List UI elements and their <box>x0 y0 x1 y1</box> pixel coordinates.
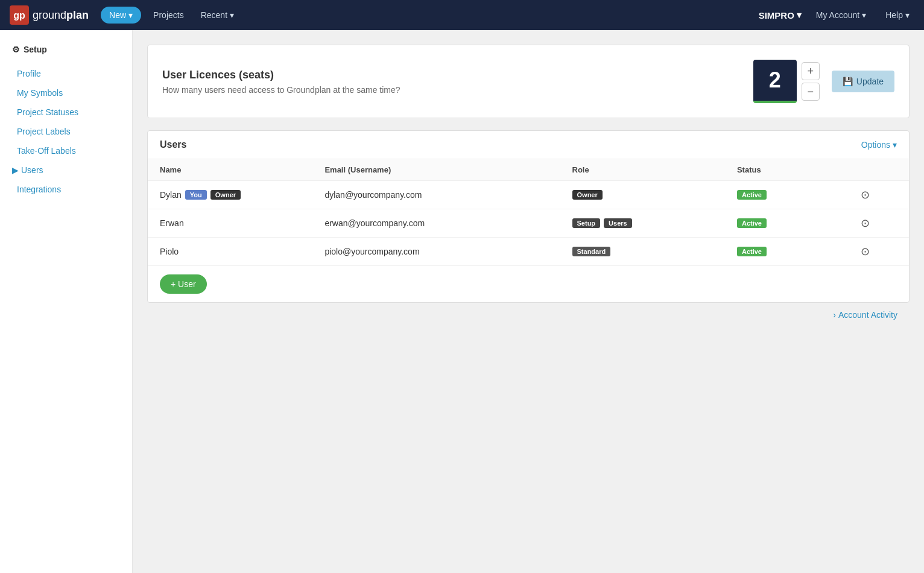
badge-you: You <box>185 190 207 200</box>
top-navigation: gp groundplan New ▾ Projects Recent ▾ SI… <box>0 0 924 30</box>
licence-card: User Licences (seats) How many users nee… <box>147 45 910 118</box>
sidebar: ⚙ Setup Profile My Symbols Project Statu… <box>0 30 133 573</box>
licence-counter-buttons: + − <box>802 62 820 101</box>
account-activity-label: Account Activity <box>838 310 897 320</box>
user-role-erwan: Setup Users <box>572 218 737 228</box>
table-row: Dylan You Owner dylan@yourcompany.com Ow… <box>148 181 909 209</box>
licence-description: How many users need access to Groundplan… <box>162 85 741 95</box>
user-action-piolo: ⊙ <box>861 245 897 258</box>
account-activity-link[interactable]: › Account Activity <box>147 303 910 327</box>
status-badge-active: Active <box>737 190 767 200</box>
add-user-button[interactable]: + User <box>160 274 207 294</box>
add-user-label: + User <box>171 279 196 289</box>
page-layout: ⚙ Setup Profile My Symbols Project Statu… <box>0 30 924 573</box>
simpro-link[interactable]: SIMPRO ▾ <box>759 10 802 21</box>
user-role-dylan: Owner <box>572 190 737 200</box>
chevron-down-icon: ▾ <box>893 140 897 150</box>
simpro-label: SIMPRO <box>759 10 794 21</box>
add-user-row: + User <box>148 266 909 302</box>
projects-link[interactable]: Projects <box>148 10 189 20</box>
col-actions <box>861 165 897 174</box>
user-status-erwan: Active <box>737 218 861 228</box>
new-button[interactable]: New ▾ <box>101 7 141 24</box>
col-role: Role <box>572 165 737 174</box>
user-action-dylan: ⊙ <box>861 188 897 201</box>
user-name-dylan: Dylan You Owner <box>160 190 324 200</box>
plus-icon: + <box>808 65 814 78</box>
user-status-piolo: Active <box>737 247 861 256</box>
licence-increment-button[interactable]: + <box>802 62 820 80</box>
sidebar-item-my-symbols[interactable]: My Symbols <box>0 83 132 103</box>
update-button-label: Update <box>856 77 884 86</box>
chevron-down-icon: ▾ <box>905 10 910 20</box>
sidebar-item-profile[interactable]: Profile <box>0 64 132 83</box>
action-menu-icon[interactable]: ⊙ <box>861 188 870 201</box>
save-icon: 💾 <box>843 77 853 86</box>
role-badge-setup: Setup <box>572 218 601 228</box>
logo-icon: gp <box>10 5 29 25</box>
chevron-down-icon: ▾ <box>862 10 866 20</box>
action-menu-icon[interactable]: ⊙ <box>861 217 870 230</box>
chevron-down-icon: ▾ <box>128 10 133 20</box>
users-section-title: Users <box>160 139 861 150</box>
user-name-piolo: Piolo <box>160 247 324 256</box>
licence-count-display: 2 <box>753 60 797 103</box>
chevron-right-icon: ▶ <box>12 165 19 175</box>
options-button[interactable]: Options ▾ <box>861 140 897 150</box>
role-badge-standard: Standard <box>572 247 611 256</box>
user-name-erwan: Erwan <box>160 218 324 228</box>
sidebar-section-setup: ⚙ Setup <box>0 45 132 64</box>
action-menu-icon[interactable]: ⊙ <box>861 245 870 258</box>
nav-right: SIMPRO ▾ My Account ▾ Help ▾ <box>759 10 914 21</box>
logo-text: groundplan <box>33 9 89 22</box>
user-action-erwan: ⊙ <box>861 217 897 230</box>
my-account-link[interactable]: My Account ▾ <box>811 10 871 20</box>
table-row: Piolo piolo@yourcompany.com Standard Act… <box>148 238 909 266</box>
sidebar-item-integrations[interactable]: Integrations <box>0 180 132 199</box>
users-header: Users Options ▾ <box>148 131 909 159</box>
sidebar-item-take-off-labels[interactable]: Take-Off Labels <box>0 141 132 160</box>
logo: gp groundplan <box>10 5 89 25</box>
licence-title: User Licences (seats) <box>162 69 741 81</box>
sidebar-item-users[interactable]: ▶ Users <box>0 160 132 180</box>
update-button[interactable]: 💾 Update <box>832 71 894 92</box>
status-badge-active: Active <box>737 218 767 228</box>
user-role-piolo: Standard <box>572 247 737 256</box>
options-label: Options <box>861 140 890 150</box>
main-content: User Licences (seats) How many users nee… <box>133 30 924 573</box>
chevron-down-icon: ▾ <box>230 10 234 20</box>
user-email-dylan: dylan@yourcompany.com <box>324 190 572 200</box>
col-email: Email (Username) <box>324 165 572 174</box>
status-badge-active: Active <box>737 247 767 256</box>
col-name: Name <box>160 165 324 174</box>
licence-counter: 2 + − <box>753 60 820 103</box>
col-status: Status <box>737 165 861 174</box>
users-card: Users Options ▾ Name Email (Username) Ro… <box>147 130 910 303</box>
sidebar-item-project-statuses[interactable]: Project Statuses <box>0 103 132 122</box>
licence-decrement-button[interactable]: − <box>802 83 820 101</box>
badge-owner: Owner <box>210 190 241 200</box>
gear-icon: ⚙ <box>12 45 20 54</box>
user-status-dylan: Active <box>737 190 861 200</box>
table-row: Erwan erwan@yourcompany.com Setup Users … <box>148 209 909 238</box>
chevron-right-icon: › <box>833 310 836 320</box>
user-email-erwan: erwan@yourcompany.com <box>324 218 572 228</box>
new-button-label: New <box>109 10 126 20</box>
role-badge-owner: Owner <box>572 190 603 200</box>
help-link[interactable]: Help ▾ <box>881 10 914 20</box>
licence-info: User Licences (seats) How many users nee… <box>162 69 741 95</box>
role-badge-users: Users <box>604 218 632 228</box>
user-email-piolo: piolo@yourcompany.com <box>324 247 572 256</box>
recent-link[interactable]: Recent ▾ <box>196 10 239 20</box>
svg-text:gp: gp <box>13 10 25 21</box>
chevron-down-icon: ▾ <box>797 10 802 21</box>
sidebar-item-project-labels[interactable]: Project Labels <box>0 122 132 141</box>
table-header: Name Email (Username) Role Status <box>148 159 909 181</box>
minus-icon: − <box>808 86 814 98</box>
